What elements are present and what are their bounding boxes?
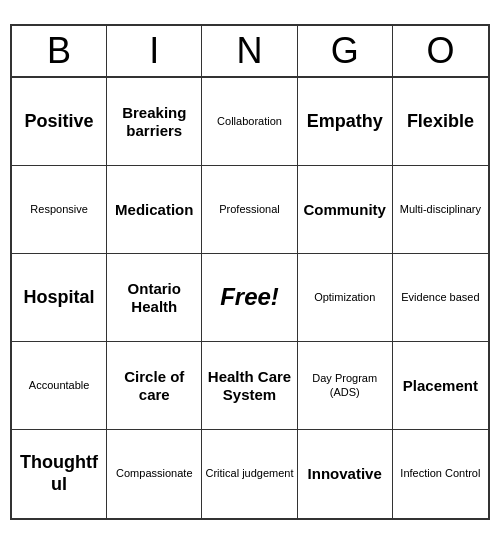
- cell-text-r1-c2: Professional: [219, 203, 280, 216]
- cell-text-r1-c1: Medication: [115, 201, 193, 219]
- cell-r1-c3: Community: [298, 166, 393, 254]
- cell-r0-c0: Positive: [12, 78, 107, 166]
- cell-r3-c3: Day Program (ADS): [298, 342, 393, 430]
- cell-r3-c1: Circle of care: [107, 342, 202, 430]
- cell-text-r4-c0: Thoughtful: [15, 452, 103, 495]
- header-letter-i: I: [107, 26, 202, 76]
- header-letter-b: B: [12, 26, 107, 76]
- cell-text-r1-c4: Multi-disciplinary: [400, 203, 481, 216]
- cell-r1-c1: Medication: [107, 166, 202, 254]
- bingo-header: BINGO: [12, 26, 488, 78]
- cell-text-r2-c1: Ontario Health: [110, 280, 198, 316]
- header-letter-o: O: [393, 26, 488, 76]
- cell-text-r3-c1: Circle of care: [110, 368, 198, 404]
- cell-text-r4-c1: Compassionate: [116, 467, 192, 480]
- cell-r1-c0: Responsive: [12, 166, 107, 254]
- cell-text-r3-c4: Placement: [403, 377, 478, 395]
- cell-text-r2-c0: Hospital: [24, 287, 95, 309]
- cell-text-r0-c4: Flexible: [407, 111, 474, 133]
- cell-r1-c4: Multi-disciplinary: [393, 166, 488, 254]
- cell-r4-c1: Compassionate: [107, 430, 202, 518]
- cell-r4-c2: Critical judgement: [202, 430, 297, 518]
- bingo-grid: PositiveBreaking barriersCollaborationEm…: [12, 78, 488, 518]
- header-letter-n: N: [202, 26, 297, 76]
- cell-r2-c4: Evidence based: [393, 254, 488, 342]
- cell-r0-c4: Flexible: [393, 78, 488, 166]
- cell-r0-c2: Collaboration: [202, 78, 297, 166]
- header-letter-g: G: [298, 26, 393, 76]
- cell-text-r2-c4: Evidence based: [401, 291, 479, 304]
- cell-text-r3-c2: Health Care System: [205, 368, 293, 404]
- cell-text-r0-c3: Empathy: [307, 111, 383, 133]
- cell-text-r0-c2: Collaboration: [217, 115, 282, 128]
- cell-r2-c1: Ontario Health: [107, 254, 202, 342]
- cell-text-r2-c2: Free!: [220, 283, 279, 312]
- cell-r2-c3: Optimization: [298, 254, 393, 342]
- bingo-card: BINGO PositiveBreaking barriersCollabora…: [10, 24, 490, 520]
- cell-text-r0-c1: Breaking barriers: [110, 104, 198, 140]
- cell-text-r3-c3: Day Program (ADS): [301, 372, 389, 398]
- cell-text-r1-c3: Community: [303, 201, 386, 219]
- cell-r3-c0: Accountable: [12, 342, 107, 430]
- cell-text-r4-c2: Critical judgement: [205, 467, 293, 480]
- cell-r3-c2: Health Care System: [202, 342, 297, 430]
- cell-r4-c4: Infection Control: [393, 430, 488, 518]
- cell-r3-c4: Placement: [393, 342, 488, 430]
- cell-text-r3-c0: Accountable: [29, 379, 90, 392]
- cell-r1-c2: Professional: [202, 166, 297, 254]
- cell-text-r2-c3: Optimization: [314, 291, 375, 304]
- cell-r4-c3: Innovative: [298, 430, 393, 518]
- cell-text-r0-c0: Positive: [25, 111, 94, 133]
- cell-text-r4-c4: Infection Control: [400, 467, 480, 480]
- cell-r2-c0: Hospital: [12, 254, 107, 342]
- cell-r2-c2: Free!: [202, 254, 297, 342]
- cell-text-r1-c0: Responsive: [30, 203, 87, 216]
- cell-r4-c0: Thoughtful: [12, 430, 107, 518]
- cell-r0-c1: Breaking barriers: [107, 78, 202, 166]
- cell-r0-c3: Empathy: [298, 78, 393, 166]
- cell-text-r4-c3: Innovative: [308, 465, 382, 483]
